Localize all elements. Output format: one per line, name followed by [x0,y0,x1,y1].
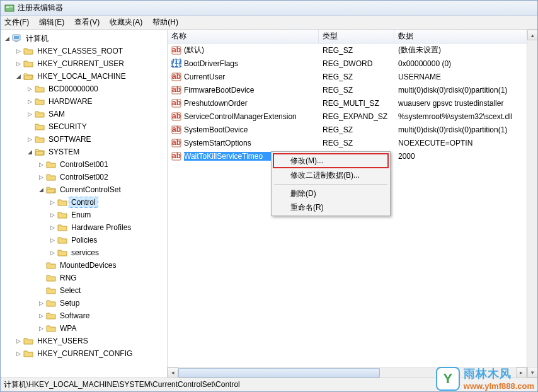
expander-icon[interactable]: ▷ [26,135,33,143]
expander-icon[interactable]: ◢ [14,72,22,80]
value-type: REG_EXPAND_SZ [319,112,394,121]
expander-icon[interactable]: ▷ [14,47,22,55]
binary-value-icon: 011110 [171,59,181,69]
list-row[interactable]: abSystemBootDeviceREG_SZmulti(0)disk(0)r… [168,123,537,136]
list-row[interactable]: abFirmwareBootDeviceREG_SZmulti(0)disk(0… [168,83,537,96]
column-header-type[interactable]: 类型 [319,30,394,43]
value-data: %systemroot%\system32\scext.dll [394,112,536,121]
tree-item-rng[interactable]: RNG [58,273,79,283]
tree-item-setup[interactable]: Setup [58,298,81,308]
scroll-up-icon[interactable]: ▴ [527,30,537,40]
folder-open-icon [35,147,45,157]
svg-rect-3 [9,8,13,8]
expander-icon[interactable]: ▷ [14,337,22,345]
value-type: REG_SZ [319,139,394,147]
string-value-icon: ab [171,151,181,161]
tree-item-hkcc[interactable]: HKEY_CURRENT_CONFIG [35,349,134,359]
expander-icon[interactable]: ▷ [37,312,45,320]
tree-item-security[interactable]: SECURITY [47,122,89,132]
ctx-modify-binary[interactable]: 修改二进制数据(B)... [273,168,389,182]
expander-icon[interactable]: ▷ [14,60,22,67]
expander-icon[interactable]: ◢ [37,186,45,193]
tree-item-control[interactable]: Control [69,197,98,207]
expander-icon[interactable]: ▷ [49,199,56,206]
expander-icon[interactable]: ▷ [26,98,33,105]
expander-icon[interactable]: ▷ [49,249,56,257]
expander-icon[interactable]: ▷ [37,161,45,168]
svg-text:ab: ab [172,72,181,81]
folder-icon [23,349,33,359]
vertical-scrollbar[interactable]: ▴ ▾ [527,30,537,378]
list-row[interactable]: abServiceControlManagerExtensionREG_EXPA… [168,110,537,123]
folder-icon [23,336,33,346]
expander-icon[interactable]: ▷ [14,350,22,357]
tree-item-system[interactable]: SYSTEM [47,147,81,157]
value-data: wuauserv gpsvc trustedinstaller [394,99,536,108]
tree-item-enum[interactable]: Enum [69,210,93,220]
ctx-rename[interactable]: 重命名(R) [273,200,389,214]
svg-text:ab: ab [172,98,181,107]
list-row[interactable]: abSystemStartOptionsREG_SZ NOEXECUTE=OPT… [168,136,537,149]
list-header: 名称 类型 数据 [168,30,537,43]
ctx-modify[interactable]: 修改(M)... [273,153,389,168]
column-header-name[interactable]: 名称 [168,30,319,43]
value-data: multi(0)disk(0)rdisk(0)partition(1) [394,86,536,95]
tree-item-policies[interactable]: Policies [69,235,99,245]
expander-icon[interactable]: ▷ [37,299,45,307]
list-row[interactable]: abPreshutdownOrderREG_MULTI_SZwuauserv g… [168,96,537,110]
value-name: BootDriverFlags [184,59,319,68]
tree-item-mounted[interactable]: MountedDevices [58,260,118,270]
tree-item-hwprofiles[interactable]: Hardware Profiles [69,222,133,233]
menu-file[interactable]: 文件(F) [4,17,29,28]
tree-item-hkcu[interactable]: HKEY_CURRENT_USER [35,59,126,69]
expander-icon[interactable]: ▷ [49,236,56,244]
value-type: REG_SZ [319,86,394,95]
tree-item-select[interactable]: Select [58,285,83,296]
menu-view[interactable]: 查看(V) [74,17,100,28]
tree-item-hklm[interactable]: HKEY_LOCAL_MACHINE [35,71,128,81]
menu-help[interactable]: 帮助(H) [152,17,178,28]
scroll-thumb[interactable] [178,368,380,378]
folder-open-icon [23,71,33,81]
list-row[interactable]: ab(默认)REG_SZ(数值未设置) [168,43,537,57]
tree-item-hardware[interactable]: HARDWARE [47,96,94,107]
column-header-data[interactable]: 数据 [394,30,537,43]
tree-item-sam[interactable]: SAM [47,109,67,119]
expander-icon[interactable]: ▷ [26,85,33,93]
scroll-left-icon[interactable]: ◂ [168,367,178,378]
tree-item-wpa[interactable]: WPA [58,323,78,333]
svg-rect-5 [14,36,19,39]
expander-icon[interactable]: ▷ [37,173,45,181]
menu-edit[interactable]: 编辑(E) [39,17,64,28]
expander-icon[interactable]: ▷ [49,224,56,231]
menu-bar: 文件(F) 编辑(E) 查看(V) 收藏夹(A) 帮助(H) [1,16,537,30]
list-row[interactable]: 011110BootDriverFlagsREG_DWORD0x00000000… [168,57,537,70]
tree-item-ccs[interactable]: CurrentControlSet [58,185,123,195]
expander-icon[interactable]: ▷ [37,325,45,332]
expander-icon[interactable]: ▷ [49,211,56,219]
svg-rect-6 [14,41,18,42]
tree-item-software2[interactable]: Software [58,311,91,321]
value-name: CurrentUser [184,72,319,81]
tree-item-cs001[interactable]: ControlSet001 [58,159,110,170]
tree-item-bcd[interactable]: BCD00000000 [47,84,100,94]
tree-item-software[interactable]: SOFTWARE [47,134,93,144]
menu-favorites[interactable]: 收藏夹(A) [110,17,142,28]
list-pane: 名称 类型 数据 ab(默认)REG_SZ(数值未设置)011110BootDr… [168,30,537,378]
expander-icon[interactable]: ▷ [26,110,33,118]
tree-item-cs002[interactable]: ControlSet002 [58,172,110,182]
tree-item-computer[interactable]: 计算机 [24,33,50,45]
expander-icon[interactable]: ◢ [26,148,33,156]
tree-item-services[interactable]: services [69,248,101,258]
expander-icon[interactable]: ◢ [3,35,11,42]
tree-pane[interactable]: ◢ 计算机 ▷HKEY_CLASSES_ROOT ▷HKEY_CURRENT_U… [1,30,168,378]
tree-item-hku[interactable]: HKEY_USERS [35,336,90,346]
folder-icon [35,84,45,94]
tree-item-hkcr[interactable]: HKEY_CLASSES_ROOT [35,46,125,56]
folder-icon [46,298,56,308]
list-row[interactable]: abCurrentUserREG_SZUSERNAME [168,70,537,83]
value-data: USERNAME [394,72,536,81]
ctx-delete[interactable]: 删除(D) [273,187,389,200]
string-value-icon: ab [171,98,181,108]
regedit-icon [4,3,14,13]
